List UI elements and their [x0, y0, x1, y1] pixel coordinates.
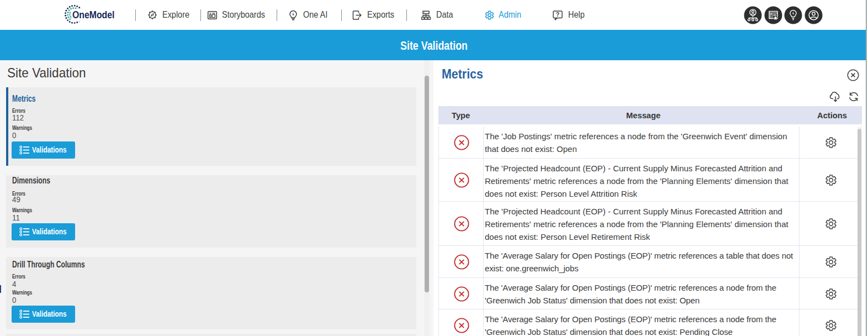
svg-text:?: ?: [556, 11, 559, 18]
